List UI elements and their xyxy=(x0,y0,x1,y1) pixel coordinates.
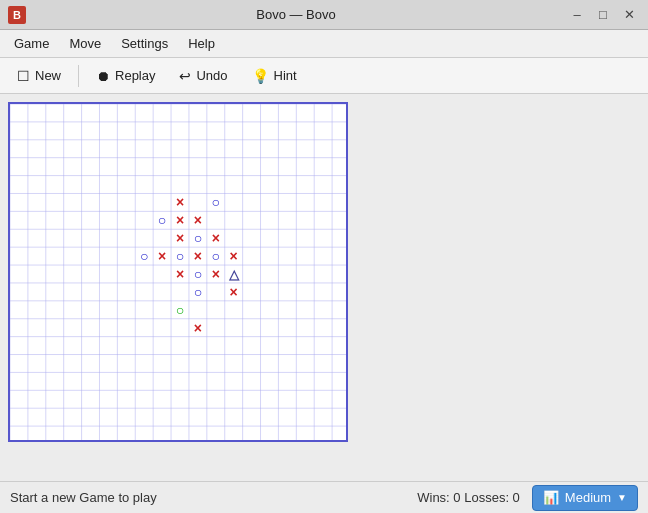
piece-x: × xyxy=(171,229,189,247)
piece-x: × xyxy=(189,319,207,337)
maximize-button[interactable]: □ xyxy=(592,4,614,26)
hint-label: Hint xyxy=(274,68,297,83)
minimize-button[interactable]: – xyxy=(566,4,588,26)
wins-losses: Wins: 0 Losses: 0 xyxy=(417,490,520,505)
hint-button[interactable]: 💡 Hint xyxy=(241,63,308,89)
statusbar: Start a new Game to play Wins: 0 Losses:… xyxy=(0,481,648,513)
menubar-item-settings[interactable]: Settings xyxy=(111,33,178,54)
piece-x: × xyxy=(225,283,243,301)
piece-x: × xyxy=(171,193,189,211)
replay-icon: ⏺ xyxy=(96,68,110,84)
close-button[interactable]: ✕ xyxy=(618,4,640,26)
dropdown-arrow-icon: ▼ xyxy=(617,492,627,503)
piece-o: ○ xyxy=(171,247,189,265)
titlebar-controls: – □ ✕ xyxy=(566,4,640,26)
new-button[interactable]: ☐ New xyxy=(6,63,72,89)
hint-icon: 💡 xyxy=(252,68,269,84)
main-area: ×○○×××○×○×○×○××○×△○×○× xyxy=(0,94,648,481)
piece-x: × xyxy=(189,211,207,229)
toolbar-separator-1 xyxy=(78,65,79,87)
piece-x: × xyxy=(207,229,225,247)
replay-label: Replay xyxy=(115,68,155,83)
new-label: New xyxy=(35,68,61,83)
piece-o: ○ xyxy=(189,265,207,283)
piece-x: × xyxy=(225,247,243,265)
piece-o: ○ xyxy=(189,283,207,301)
menubar: GameMoveSettingsHelp xyxy=(0,30,648,58)
app-icon: B xyxy=(8,6,26,24)
new-icon: ☐ xyxy=(17,68,30,84)
piece-x: × xyxy=(171,211,189,229)
stats-area: Wins: 0 Losses: 0 📊 Medium ▼ xyxy=(417,485,638,511)
piece-x: × xyxy=(207,265,225,283)
titlebar-left: B xyxy=(8,6,26,24)
menubar-item-help[interactable]: Help xyxy=(178,33,225,54)
pieces-layer: ×○○×××○×○×○×○××○×△○×○× xyxy=(10,104,346,440)
difficulty-button[interactable]: 📊 Medium ▼ xyxy=(532,485,638,511)
undo-label: Undo xyxy=(196,68,227,83)
undo-icon: ↩ xyxy=(179,68,191,84)
titlebar: B Bovo — Bovo – □ ✕ xyxy=(0,0,648,30)
piece-o: ○ xyxy=(207,193,225,211)
piece-triangle: △ xyxy=(225,265,243,283)
piece-o: ○ xyxy=(153,211,171,229)
svg-text:B: B xyxy=(13,9,21,21)
board-container: ×○○×××○×○×○×○××○×△○×○× xyxy=(0,94,648,481)
menubar-item-move[interactable]: Move xyxy=(59,33,111,54)
undo-button[interactable]: ↩ Undo xyxy=(168,63,238,89)
titlebar-title: Bovo — Bovo xyxy=(26,7,566,22)
difficulty-label: Medium xyxy=(565,490,611,505)
difficulty-icon: 📊 xyxy=(543,490,559,505)
status-text: Start a new Game to play xyxy=(10,490,157,505)
piece-x: × xyxy=(171,265,189,283)
replay-button[interactable]: ⏺ Replay xyxy=(85,63,166,89)
piece-o: ○ xyxy=(135,247,153,265)
toolbar: ☐ New ⏺ Replay ↩ Undo 💡 Hint xyxy=(0,58,648,94)
piece-o: ○ xyxy=(207,247,225,265)
piece-o: ○ xyxy=(189,229,207,247)
game-board[interactable]: ×○○×××○×○×○×○××○×△○×○× xyxy=(8,102,348,442)
piece-o-green: ○ xyxy=(171,301,189,319)
menubar-item-game[interactable]: Game xyxy=(4,33,59,54)
piece-x: × xyxy=(153,247,171,265)
piece-x: × xyxy=(189,247,207,265)
